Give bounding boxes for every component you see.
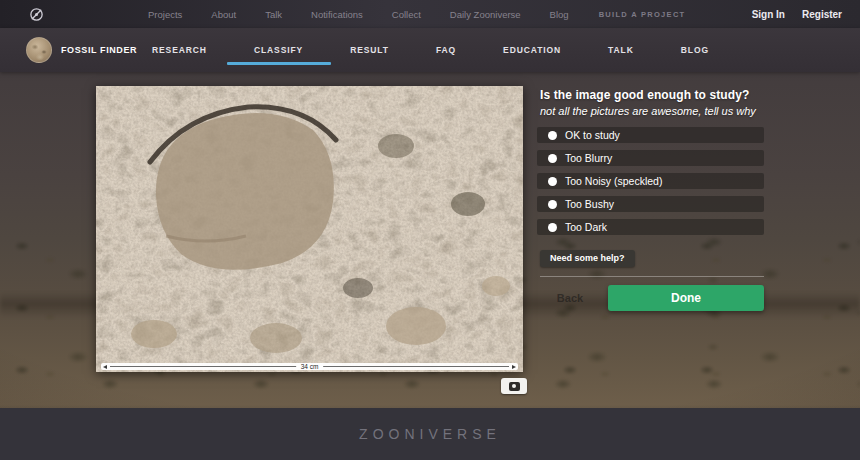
subject-metadata-button[interactable] — [501, 378, 527, 394]
project-tab[interactable]: BLOG — [681, 28, 709, 72]
scale-bar: 34 cm — [101, 363, 518, 370]
camera-icon — [509, 382, 520, 391]
topnav-link[interactable]: Notifications — [311, 9, 363, 20]
build-a-project-link[interactable]: BUILD A PROJECT — [599, 10, 686, 19]
project-name: FOSSIL FINDER — [61, 45, 137, 55]
scale-label: 34 cm — [296, 363, 324, 370]
option-label: Too Dark — [565, 221, 607, 233]
task-option[interactable]: OK to study — [537, 127, 764, 143]
option-label: Too Bushy — [565, 198, 614, 210]
project-tab[interactable]: TALK — [608, 28, 634, 72]
radio-icon — [548, 200, 557, 209]
option-label: Too Blurry — [565, 152, 612, 164]
back-button[interactable]: Back — [540, 292, 600, 304]
auth-links: Sign In Register — [752, 9, 842, 20]
project-avatar[interactable] — [26, 37, 52, 63]
task-options: OK to study Too Blurry Too Noisy (speckl… — [537, 127, 764, 235]
project-tabs: RESEARCHCLASSIFYRESULTFAQEDUCATIONTALKBL… — [152, 28, 756, 72]
subject-image: 34 cm — [96, 86, 523, 372]
topnav-link[interactable]: Talk — [265, 9, 282, 20]
task-option[interactable]: Too Noisy (speckled) — [537, 173, 764, 189]
help-button[interactable]: Need some help? — [540, 250, 635, 267]
topnav-link[interactable]: Blog — [550, 9, 569, 20]
pebbly-ground-photo — [96, 86, 523, 372]
topnav-links: ProjectsAboutTalkNotificationsCollectDai… — [148, 9, 569, 20]
task-option[interactable]: Too Dark — [537, 219, 764, 235]
task-option[interactable]: Too Bushy — [537, 196, 764, 212]
panel-divider — [540, 276, 764, 277]
task-panel: Is the image good enough to study? not a… — [540, 88, 764, 311]
sign-in-link[interactable]: Sign In — [752, 9, 785, 20]
radio-icon — [548, 154, 557, 163]
topnav-link[interactable]: About — [211, 9, 236, 20]
page: ProjectsAboutTalkNotificationsCollectDai… — [0, 0, 860, 460]
task-actions: Back Done — [540, 285, 764, 311]
footer: ZOONIVERSE — [0, 408, 860, 460]
project-tab[interactable]: RESULT — [350, 28, 389, 72]
topnav-link[interactable]: Daily Zooniverse — [450, 9, 521, 20]
register-link[interactable]: Register — [802, 9, 842, 20]
radio-icon — [548, 131, 557, 140]
radio-icon — [548, 177, 557, 186]
zooniverse-brand: ZOONIVERSE — [359, 426, 501, 442]
project-tab[interactable]: CLASSIFY — [254, 28, 303, 72]
scale-arrow-left-icon — [103, 365, 107, 369]
done-button[interactable]: Done — [608, 285, 764, 311]
zooniverse-logo-icon[interactable] — [29, 7, 44, 22]
task-hint: not all the pictures are awesome, tell u… — [540, 105, 764, 117]
scale-arrow-right-icon — [512, 365, 516, 369]
radio-icon — [548, 223, 557, 232]
project-tab[interactable]: EDUCATION — [503, 28, 561, 72]
option-label: OK to study — [565, 129, 620, 141]
task-option[interactable]: Too Blurry — [537, 150, 764, 166]
topnav-link[interactable]: Projects — [148, 9, 182, 20]
project-tab[interactable]: FAQ — [436, 28, 456, 72]
topnav-link[interactable]: Collect — [392, 9, 421, 20]
project-tab[interactable]: RESEARCH — [152, 28, 207, 72]
top-navigation: ProjectsAboutTalkNotificationsCollectDai… — [0, 0, 860, 28]
option-label: Too Noisy (speckled) — [565, 175, 662, 187]
project-navigation: FOSSIL FINDER RESEARCHCLASSIFYRESULTFAQE… — [0, 28, 860, 72]
task-question: Is the image good enough to study? — [540, 88, 764, 102]
